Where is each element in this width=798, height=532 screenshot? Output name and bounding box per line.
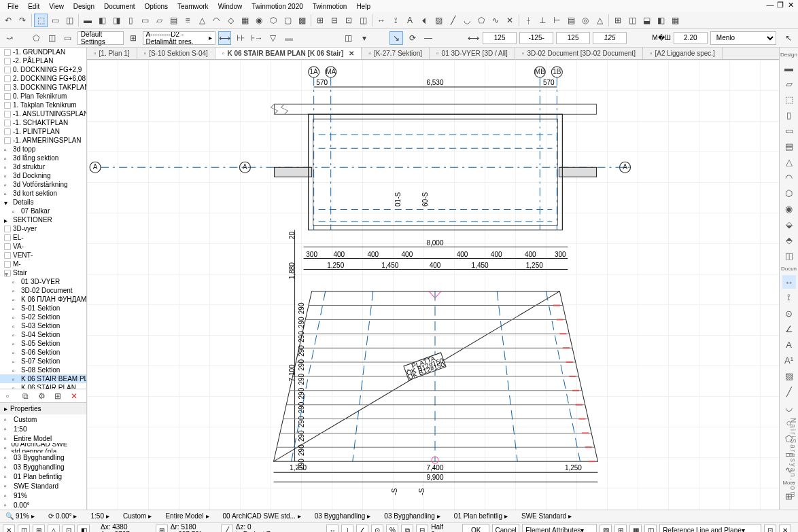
nav-item[interactable]: 0. DOCKNING FG+2,9 [0,65,86,74]
nav-item[interactable]: ▫K 06 ПЛАН ФУНДАМЕНТ [0,295,86,304]
layer3-status[interactable]: 01 Plan befintlig ▸ [451,512,510,520]
f6-icon[interactable]: ◧ [77,525,90,533]
dim-cumul-icon[interactable]: ⊦→ [250,31,264,45]
geo3-icon[interactable]: ▭ [61,31,75,45]
r-lvl-icon[interactable]: ⟟ [782,291,796,304]
nav-item[interactable]: ▫3d lång sektion [0,154,86,162]
witness2-icon[interactable]: ⟳ [406,31,419,45]
dim-opt-icon[interactable]: ▬ [282,31,296,45]
worksheet-icon[interactable]: ▤ [564,14,578,27]
dim-val-4[interactable] [593,32,627,44]
nav-item[interactable]: VA- [0,242,86,251]
f7-icon[interactable]: ⊞ [156,525,168,533]
property-row[interactable]: ▫03 Bygghandling [0,462,86,472]
minimize-button[interactable]: — [765,1,775,10]
f12-icon[interactable]: ⊙ [371,525,383,533]
close-button[interactable]: ✕ [786,1,795,10]
nav-item[interactable]: ▫3d Votförstärkning [0,180,86,189]
t4-icon[interactable]: ◫ [356,14,370,27]
change-icon[interactable]: △ [593,14,606,27]
nav-item[interactable]: 2. DOCKNING FG+6,08 [0,74,86,83]
f1-icon[interactable]: ✕ [3,525,15,533]
nav-item[interactable]: ▫07 Balkar [0,207,86,215]
nav-delete-icon[interactable]: ✕ [71,391,80,401]
grid-icon[interactable]: ⊞ [611,14,625,27]
view-tab[interactable]: ▫[S-10 Sektion S-04] [137,48,215,59]
more3-icon[interactable]: ◧ [654,14,667,27]
nav-new-icon[interactable]: ▫ [6,391,16,401]
pick-button[interactable]: ⬚ [34,14,48,27]
nav-item[interactable]: ▾Stair [0,268,86,277]
menu-design[interactable]: Design [69,3,99,10]
f5-icon[interactable]: ⊡ [63,525,75,533]
property-row[interactable]: ▫Entire Model [0,433,86,443]
element-attrs-button[interactable]: Element Attributes ▾ [522,524,597,533]
nav-opt-icon[interactable]: ⊞ [54,391,64,401]
nav-item[interactable]: ▫S-04 Sektion [0,330,86,339]
layer2-status[interactable]: 03 Bygghandling ▸ [381,512,443,520]
mesh-icon[interactable]: ▩ [295,14,309,27]
layer1-status[interactable]: 03 Bygghandling ▸ [312,512,374,520]
skylight-icon[interactable]: ◇ [224,14,237,27]
nav-item[interactable]: ▫S-06 Sektion [0,348,86,357]
property-row[interactable]: ▫SWE Standard [0,481,86,491]
menu-twinmotion[interactable]: Twinmotion [308,3,352,10]
nav-item[interactable]: ▫S-02 Sektion [0,313,86,321]
more2-icon[interactable]: ⬓ [640,14,653,27]
nav-item[interactable]: ▫S-07 Sektion [0,357,86,366]
ref-line-button[interactable]: Reference Line and Plane ▾ [659,524,761,533]
nav-item[interactable]: ▫3d kort sektion [0,189,86,198]
nav-item[interactable]: EL- [0,233,86,242]
railing-icon[interactable]: ≡ [181,14,194,27]
r-slab-icon[interactable]: ▱ [782,77,796,90]
f8-icon[interactable]: ╱ [221,525,233,533]
window-icon[interactable]: ◨ [109,14,123,27]
f9-icon[interactable]: ↔ [326,525,339,533]
r-t3-icon[interactable]: ◫ [782,249,796,262]
menu-edit[interactable]: Edit [23,3,44,10]
nav-item[interactable]: -1. SCHAKTPLAN [0,118,86,127]
dim-val-1[interactable] [483,32,517,44]
view-tab[interactable]: ▫3D-02 Document [3D-02 Document] [515,48,643,59]
menu-help[interactable]: Help [351,3,375,10]
nav-item[interactable]: ▫S-05 Sektion [0,339,86,348]
fill-icon[interactable]: ▨ [432,14,445,27]
column-icon[interactable]: ▯ [124,14,137,27]
view-tab[interactable]: ▫[1. Plan 1] [87,48,137,59]
morph-icon[interactable]: ◉ [252,14,266,27]
nav-item[interactable]: ▫01 3D-VYER [0,277,86,286]
dimension-icon[interactable]: ↔ [375,14,388,27]
r-line-icon[interactable]: ╱ [782,385,796,398]
zoom-status[interactable]: 🔍 91% ▸ [3,512,37,520]
nav-item[interactable]: ▫S-03 Sektion [0,321,86,330]
r-obj-icon[interactable]: ◉ [782,202,796,215]
view-tab[interactable]: ▫[A2 Liggande spec.] [643,48,723,59]
drawing-canvas[interactable]: 1A MA MB 1B A A A 57 [87,60,779,510]
f4-icon[interactable]: △ [48,525,60,533]
nav-item[interactable]: VENT- [0,251,86,260]
default-settings-button[interactable]: Default Settings [77,31,124,45]
level-icon[interactable]: ⟟ [389,14,402,27]
nav-item[interactable]: 1. Takplan Teknikrum [0,101,86,109]
object-icon[interactable]: ⬡ [266,14,280,27]
beam-icon[interactable]: ▭ [138,14,152,27]
fa4-icon[interactable]: ◫ [644,525,657,533]
menu-file[interactable]: File [3,3,23,10]
dim-elev-icon[interactable]: ▽ [266,31,280,45]
curtain-icon[interactable]: ▦ [238,14,251,27]
font-select[interactable]: Menlo [710,31,777,45]
geo1-icon[interactable]: ⬠ [29,31,43,45]
property-row[interactable]: ▫0.00° [0,500,86,510]
font-size-input[interactable] [674,32,708,44]
witness1-icon[interactable]: ↘ [389,31,403,45]
spline-icon[interactable]: ∿ [489,14,502,27]
r-beam-icon[interactable]: ▭ [782,124,796,137]
dim-chain-icon[interactable]: ⊦⊦ [234,31,247,45]
arc-icon[interactable]: ◡ [460,14,474,27]
r-rad-icon[interactable]: ⊙ [782,306,796,320]
t3-icon[interactable]: ⊡ [342,14,355,27]
nav-dup-icon[interactable]: ⧉ [22,391,32,401]
view-tab[interactable]: ▫01 3D-VYER [3D / All] [430,48,515,59]
layer4-status[interactable]: SWE Standard ▸ [519,512,574,520]
marquee-icon[interactable]: ◫ [63,14,76,27]
